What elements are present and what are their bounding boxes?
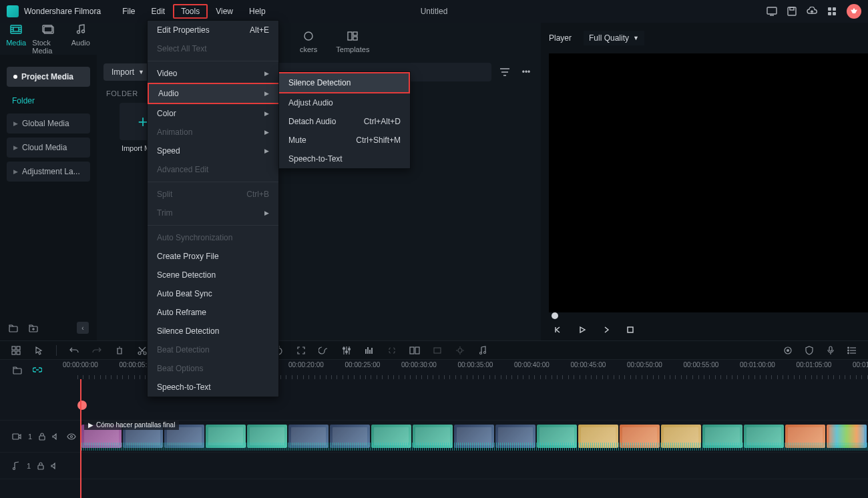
submenu-silence-detection[interactable]: Silence Detection	[279, 72, 410, 93]
ruler-tick: 00:01:	[853, 361, 868, 368]
svg-rect-3	[790, 7, 794, 10]
marker[interactable]	[77, 401, 87, 410]
effects-icon[interactable]	[455, 345, 465, 356]
tab-stock-media[interactable]: Stock Media	[32, 23, 64, 55]
svg-rect-54	[415, 347, 419, 354]
music-tool-icon[interactable]	[477, 345, 488, 356]
ruler-tick: 00:00:55:00	[684, 361, 719, 368]
scrub-handle[interactable]	[552, 312, 558, 319]
menu-file[interactable]: File	[114, 4, 143, 19]
submenu-adjust-audio[interactable]: Adjust Audio	[279, 93, 410, 112]
player-header: Player Full Quality▼	[549, 28, 868, 48]
submenu-detach-audio[interactable]: Detach AudioCtrl+Alt+D	[279, 112, 410, 131]
menu-tools[interactable]: Tools	[173, 4, 208, 19]
screen-icon[interactable]	[767, 6, 777, 17]
menu-edit[interactable]: Edit	[144, 4, 174, 19]
empty-track[interactable]	[0, 379, 868, 421]
menu-auto-beat-sync[interactable]: Auto Beat Sync	[148, 284, 278, 303]
playhead[interactable]	[80, 379, 81, 498]
submenu-mute[interactable]: MuteCtrl+Shift+M	[279, 131, 410, 150]
folder-tree-icon[interactable]	[8, 322, 19, 333]
collapse-sidebar-button[interactable]: ‹	[77, 322, 89, 334]
mic-icon[interactable]	[825, 345, 836, 356]
menu-speech-to-text[interactable]: Speech-to-Text	[148, 378, 278, 397]
menu-auto-reframe[interactable]: Auto Reframe	[148, 303, 278, 322]
tab-audio[interactable]: Audio	[65, 23, 97, 55]
equalizer-icon[interactable]	[364, 345, 375, 356]
save-icon[interactable]	[787, 6, 797, 17]
link-icon[interactable]	[387, 345, 397, 356]
track-lock-icon[interactable]	[39, 433, 45, 441]
track-visibility-icon[interactable]	[67, 433, 76, 440]
sidebar-cloud-media[interactable]: ▶Cloud Media	[7, 138, 90, 158]
folder-link[interactable]: Folder	[7, 92, 90, 109]
track-mute-icon[interactable]	[51, 463, 59, 469]
menu-label: Create Proxy File	[157, 252, 219, 261]
delete-icon[interactable]	[114, 345, 125, 356]
chevron-right-icon: ▶	[13, 144, 18, 151]
sidebar-adjustment-layer[interactable]: ▶Adjustment La...	[7, 162, 90, 182]
shield-icon[interactable]	[804, 345, 815, 356]
tab-media[interactable]: Media	[0, 23, 32, 55]
next-frame-button[interactable]	[601, 324, 612, 335]
transform-icon[interactable]	[432, 345, 443, 356]
menu-separator	[148, 61, 278, 61]
menu-help[interactable]: Help	[241, 4, 274, 19]
cloud-upload-icon[interactable]	[807, 6, 817, 17]
menu-create-proxy[interactable]: Create Proxy File	[148, 247, 278, 266]
track-lock-icon[interactable]	[37, 462, 44, 470]
player-tab[interactable]: Player	[549, 33, 572, 43]
stop-button[interactable]	[625, 324, 636, 335]
link-tracks-icon[interactable]	[32, 364, 43, 375]
timeline-ruler[interactable]: 00:00:00:0000:00:05:0000:00:10:0000:00:1…	[0, 359, 868, 379]
undo-icon[interactable]	[69, 345, 79, 356]
folder-add-icon[interactable]	[28, 322, 39, 333]
cursor-icon[interactable]	[33, 345, 44, 356]
adjust-icon[interactable]	[341, 345, 352, 356]
project-media-button[interactable]: Project Media	[7, 67, 90, 87]
filter-icon[interactable]	[497, 64, 513, 80]
shortcut: Alt+E	[250, 25, 269, 35]
audio-track[interactable]: 1	[0, 453, 868, 479]
track-mute-icon[interactable]	[52, 433, 60, 440]
menu-separator	[148, 182, 278, 182]
menu-color[interactable]: Color▶	[148, 104, 278, 123]
menu-video[interactable]: Video▶	[148, 64, 278, 83]
chevron-down-icon: ▼	[633, 35, 639, 41]
fit-icon[interactable]	[296, 345, 306, 356]
menu-silence-detection[interactable]: Silence Detection	[148, 322, 278, 340]
more-icon[interactable]: •••	[518, 64, 534, 80]
premium-icon[interactable]	[847, 4, 861, 19]
svg-rect-73	[38, 465, 43, 469]
target-icon[interactable]	[783, 345, 793, 356]
loop-icon[interactable]	[318, 345, 329, 356]
menu-audio[interactable]: Audio▶	[148, 83, 278, 104]
video-preview[interactable]	[549, 53, 868, 312]
tab-templates[interactable]: Templates	[327, 29, 379, 55]
group-icon[interactable]	[409, 345, 420, 356]
app-logo	[7, 5, 19, 17]
menu-scene-detection[interactable]: Scene Detection	[148, 266, 278, 284]
apps-icon[interactable]	[827, 6, 837, 17]
sidebar-global-media[interactable]: ▶Global Media	[7, 113, 90, 134]
ruler-tick: 00:00:45:00	[571, 361, 606, 368]
list-icon[interactable]	[847, 345, 857, 356]
import-label: Import	[112, 67, 134, 77]
menu-label: Trim	[157, 208, 173, 218]
menu-edit-properties[interactable]: Edit PropertiesAlt+E	[148, 21, 278, 39]
quality-dropdown[interactable]: Full Quality▼	[584, 31, 644, 45]
scrub-bar[interactable]	[549, 312, 868, 319]
lock-track-icon[interactable]	[12, 364, 23, 375]
prev-frame-button[interactable]	[553, 324, 564, 335]
video-track[interactable]: 1 ▶ Cómo hacer pantallas final	[0, 421, 868, 453]
import-button[interactable]: Import▼	[103, 63, 152, 81]
grid-icon[interactable]	[11, 345, 21, 356]
play-button[interactable]	[577, 324, 588, 335]
menu-speed[interactable]: Speed▶	[148, 142, 278, 160]
redo-icon[interactable]	[91, 345, 102, 356]
menu-view[interactable]: View	[208, 4, 241, 19]
cut-icon[interactable]	[137, 345, 148, 356]
tab-stickers[interactable]: ckers	[290, 29, 327, 55]
submenu-speech-to-text[interactable]: Speech-to-Text	[279, 150, 410, 168]
sticker-icon	[302, 29, 315, 43]
